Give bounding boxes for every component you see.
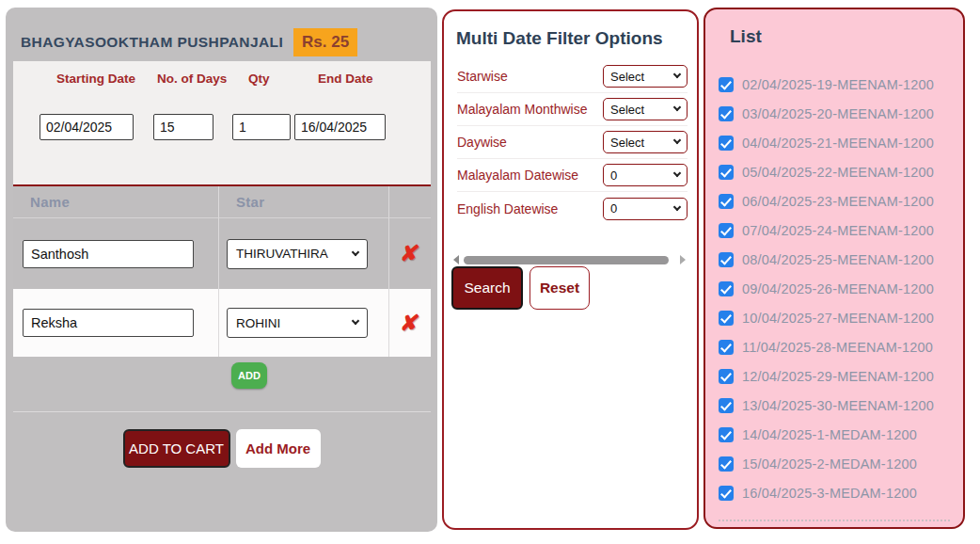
reset-button[interactable]: Reset: [530, 266, 590, 310]
table-row: THIRUVATHIRA: [219, 218, 389, 289]
filter-panel-title: Multi Date Filter Options: [456, 28, 663, 49]
list-item: 09/04/2025-26-MEENAM-1200: [719, 281, 956, 296]
list-item-label: 11/04/2025-28-MEENAM-1200: [742, 340, 933, 355]
starting-date-input[interactable]: [40, 114, 134, 140]
list-item: 07/04/2025-24-MEENAM-1200: [719, 223, 956, 238]
date-checkbox[interactable]: [719, 486, 734, 501]
scrollbar-right-arrow-icon[interactable]: [680, 255, 686, 264]
list-item-label: 08/04/2025-25-MEENAM-1200: [742, 252, 934, 267]
filter-row-malayalam-monthwise: Malayalam Monthwise Select: [457, 93, 688, 126]
qty-input[interactable]: [232, 114, 291, 140]
date-checkbox[interactable]: [719, 77, 734, 92]
star-select-value: THIRUVATHIRA: [236, 247, 328, 261]
filter-row-daywise: Daywise Select: [457, 126, 688, 159]
divider: [13, 411, 431, 412]
list-item-label: 16/04/2025-3-MEDAM-1200: [742, 486, 917, 501]
date-checkbox[interactable]: [719, 252, 734, 267]
table-row: ✘: [389, 289, 431, 357]
chevron-down-icon: [673, 202, 681, 210]
list-item: 05/04/2025-22-MEENAM-1200: [719, 165, 956, 180]
date-form: Starting Date No. of Days Qty End Date: [13, 61, 431, 184]
date-checkbox[interactable]: [719, 398, 734, 413]
table-row: [13, 289, 219, 357]
list-bottom-divider: [719, 520, 950, 521]
filter-label: Starwise: [457, 69, 508, 84]
malayalam-monthwise-select[interactable]: Select: [603, 98, 688, 120]
filter-actions: Search Reset: [451, 266, 590, 310]
select-value: Select: [610, 70, 644, 84]
no-of-days-input[interactable]: [153, 114, 213, 140]
filter-label: Daywise: [457, 135, 507, 150]
filter-row-malayalam-datewise: Malayalam Datewise 0: [457, 159, 688, 192]
list-item-label: 12/04/2025-29-MEENAM-1200: [742, 369, 934, 384]
horizontal-scrollbar[interactable]: [453, 254, 686, 265]
page: BHAGYASOOKTHAM PUSHPANJALI Rs. 25 Starti…: [0, 0, 980, 544]
pooja-title: BHAGYASOOKTHAM PUSHPANJALI: [21, 34, 283, 51]
date-checkbox[interactable]: [719, 427, 734, 442]
starting-date-label: Starting Date: [56, 72, 135, 86]
name-input[interactable]: [23, 240, 194, 268]
list-item-label: 15/04/2025-2-MEDAM-1200: [742, 456, 917, 472]
list-item: 13/04/2025-30-MEENAM-1200: [719, 398, 956, 413]
english-datewise-select[interactable]: 0: [603, 198, 688, 220]
star-select[interactable]: THIRUVATHIRA: [227, 239, 368, 269]
filter-row-starwise: Starwise Select: [457, 60, 688, 93]
list-item-label: 06/04/2025-23-MEENAM-1200: [742, 194, 934, 209]
delete-icon[interactable]: ✘: [399, 312, 420, 334]
list-item-label: 09/04/2025-26-MEENAM-1200: [742, 281, 934, 296]
malayalam-datewise-select[interactable]: 0: [603, 164, 688, 186]
date-checkbox[interactable]: [719, 340, 734, 355]
list-item: 08/04/2025-25-MEENAM-1200: [719, 252, 956, 267]
filter-rows: Starwise Select Malayalam Monthwise Sele…: [457, 60, 688, 225]
pooja-booking-panel: BHAGYASOOKTHAM PUSHPANJALI Rs. 25 Starti…: [6, 8, 437, 532]
chevron-down-icon: [673, 71, 681, 78]
add-to-cart-button[interactable]: ADD TO CART: [123, 429, 230, 468]
chevron-down-icon: [352, 248, 359, 255]
list-item-label: 13/04/2025-30-MEENAM-1200: [742, 398, 934, 413]
date-checkbox[interactable]: [719, 165, 734, 180]
date-checkbox[interactable]: [719, 106, 734, 121]
scrollbar-track[interactable]: [464, 255, 675, 264]
name-input[interactable]: [23, 309, 194, 337]
price-badge: Rs. 25: [293, 28, 357, 56]
delete-icon[interactable]: ✘: [399, 243, 420, 264]
filter-label: Malayalam Datewise: [457, 168, 578, 183]
list-item: 06/04/2025-23-MEENAM-1200: [719, 194, 956, 209]
search-button[interactable]: Search: [451, 266, 523, 310]
list-item-label: 05/04/2025-22-MEENAM-1200: [742, 165, 934, 180]
chevron-down-icon: [673, 169, 681, 177]
table-row: ROHINI: [219, 289, 389, 357]
list-item: 10/04/2025-27-MEENAM-1200: [719, 311, 956, 326]
list-item: 12/04/2025-29-MEENAM-1200: [719, 369, 956, 384]
scrollbar-left-arrow-icon[interactable]: [453, 255, 459, 264]
date-checkbox[interactable]: [719, 223, 734, 238]
list-panel-title: List: [730, 26, 762, 47]
star-select[interactable]: ROHINI: [227, 308, 368, 338]
date-checkbox[interactable]: [719, 194, 734, 209]
add-row-button[interactable]: ADD: [231, 362, 267, 389]
starwise-select[interactable]: Select: [603, 65, 688, 88]
select-value: 0: [610, 168, 617, 183]
daywise-select[interactable]: Select: [603, 131, 688, 153]
qty-label: Qty: [248, 72, 270, 86]
filter-row-english-datewise: English Datewise 0: [457, 192, 688, 225]
chevron-down-icon: [673, 136, 681, 144]
add-more-button[interactable]: Add More: [236, 429, 321, 468]
list-item-label: 10/04/2025-27-MEENAM-1200: [742, 311, 934, 326]
list-item-label: 07/04/2025-24-MEENAM-1200: [742, 223, 934, 238]
star-column-header: Star: [219, 186, 389, 218]
list-item: 03/04/2025-20-MEENAM-1200: [719, 106, 956, 121]
date-list: 02/04/2025-19-MEENAM-1200 03/04/2025-20-…: [719, 77, 956, 515]
list-item: 04/04/2025-21-MEENAM-1200: [719, 136, 956, 151]
end-date-input[interactable]: [294, 114, 386, 140]
scrollbar-thumb[interactable]: [464, 256, 669, 264]
date-checkbox[interactable]: [719, 456, 734, 472]
date-checkbox[interactable]: [719, 136, 734, 151]
select-value: Select: [610, 136, 644, 150]
date-list-panel: List 02/04/2025-19-MEENAM-1200 03/04/202…: [703, 8, 965, 529]
date-checkbox[interactable]: [719, 281, 734, 296]
date-checkbox[interactable]: [719, 311, 734, 326]
date-checkbox[interactable]: [719, 369, 734, 384]
list-item: 02/04/2025-19-MEENAM-1200: [719, 77, 956, 92]
list-item: 14/04/2025-1-MEDAM-1200: [719, 427, 956, 442]
